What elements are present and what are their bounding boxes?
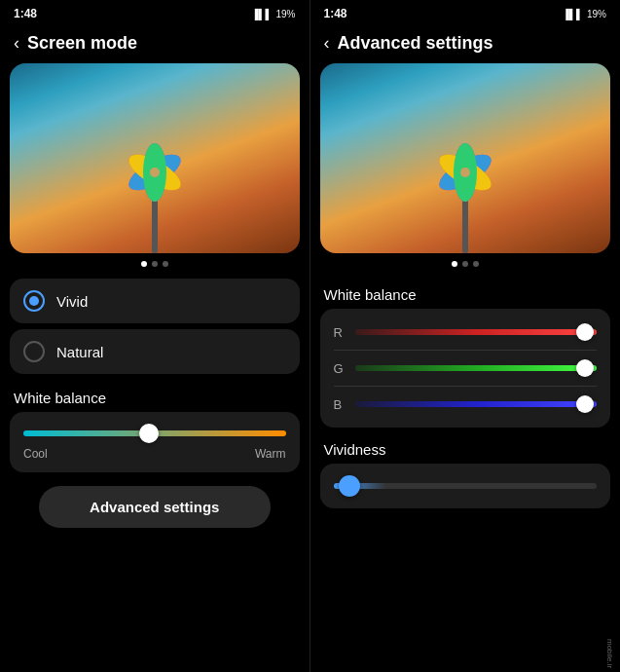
dot-3-left — [163, 261, 168, 267]
g-thumb[interactable] — [576, 359, 594, 377]
header-left: ‹ Screen mode — [0, 25, 310, 63]
natural-radio[interactable] — [23, 341, 45, 362]
advanced-btn-wrap: Advanced settings — [10, 478, 300, 532]
wb-labels-left: Cool Warm — [23, 447, 286, 461]
screen-mode-title: Screen mode — [27, 33, 137, 54]
time-left: 1:48 — [14, 7, 37, 20]
cool-label-left: Cool — [23, 447, 48, 461]
preview-right — [320, 63, 611, 253]
vividness-slider[interactable] — [334, 475, 598, 497]
vivid-radio[interactable] — [23, 290, 45, 312]
status-bar-right: 1:48 ▐▌▌ 19% — [310, 0, 621, 25]
dot-1-right — [452, 261, 457, 267]
g-track — [355, 365, 598, 371]
advanced-settings-button[interactable]: Advanced settings — [39, 486, 271, 528]
dot-3-right — [473, 261, 479, 267]
dot-1-left — [141, 261, 147, 267]
b-thumb[interactable] — [576, 395, 594, 413]
g-letter: G — [334, 361, 346, 376]
left-screen: 1:48 ▐▌▌ 19% ‹ Screen mode — [0, 0, 310, 672]
wb-slider-left[interactable] — [23, 424, 286, 443]
natural-option[interactable]: Natural — [10, 329, 300, 374]
svg-point-17 — [460, 168, 470, 177]
time-right: 1:48 — [324, 7, 347, 20]
wb-section-label-left: White balance — [10, 380, 300, 412]
wb-slider-container-left: Cool Warm — [10, 412, 300, 472]
b-track-wrap[interactable] — [355, 395, 598, 413]
vivid-option[interactable]: Vivid — [10, 279, 300, 323]
dot-2-right — [462, 261, 468, 267]
g-track-wrap[interactable] — [355, 359, 598, 377]
r-thumb[interactable] — [576, 323, 594, 341]
dots-left — [0, 253, 310, 273]
dot-2-left — [152, 261, 158, 267]
dots-right — [310, 253, 621, 273]
signal-icon-left: ▐▌▌ — [251, 9, 272, 19]
vivid-label: Vivid — [56, 293, 88, 310]
options-area-left: Vivid Natural White balance Cool Warm Ad… — [0, 273, 310, 672]
back-button-left[interactable]: ‹ — [14, 33, 19, 54]
battery-right: 19% — [587, 9, 606, 19]
rgb-row-r: R — [334, 318, 598, 346]
r-track — [355, 329, 598, 335]
wb-thumb-left[interactable] — [139, 424, 159, 443]
divider-rg — [334, 350, 598, 351]
wb-section-label-right: White balance — [320, 279, 611, 309]
viv-thumb[interactable] — [339, 475, 360, 497]
status-icons-right: ▐▌▌ 19% — [563, 9, 606, 19]
preview-left — [10, 63, 300, 253]
rgb-row-g: G — [334, 355, 598, 382]
pinwheel-svg-right — [402, 83, 529, 253]
signal-icon-right: ▐▌▌ — [563, 9, 583, 19]
r-track-wrap[interactable] — [355, 323, 598, 341]
back-button-right[interactable]: ‹ — [324, 33, 330, 54]
right-screen: 1:48 ▐▌▌ 19% ‹ Advanced settings — [310, 0, 621, 672]
b-track — [355, 401, 598, 407]
svg-point-8 — [150, 168, 160, 177]
divider-gb — [334, 386, 598, 387]
r-letter: R — [334, 325, 346, 340]
options-area-right: White balance R G — [310, 273, 621, 672]
advanced-settings-title: Advanced settings — [338, 33, 493, 54]
natural-label: Natural — [56, 344, 103, 360]
pinwheel-svg-left — [91, 83, 218, 253]
battery-left: 19% — [275, 9, 295, 19]
vividness-container — [320, 464, 611, 508]
watermark: mobile.ir — [605, 639, 614, 668]
header-right: ‹ Advanced settings — [310, 25, 621, 63]
status-bar-left: 1:48 ▐▌▌ 19% — [0, 0, 310, 25]
rgb-container: R G B — [320, 309, 611, 428]
warm-label-left: Warm — [255, 447, 286, 461]
viv-track — [334, 483, 598, 489]
b-letter: B — [334, 397, 346, 412]
vividness-label: Vividness — [320, 433, 611, 464]
rgb-row-b: B — [334, 391, 598, 418]
status-icons-left: ▐▌▌ 19% — [251, 9, 295, 19]
